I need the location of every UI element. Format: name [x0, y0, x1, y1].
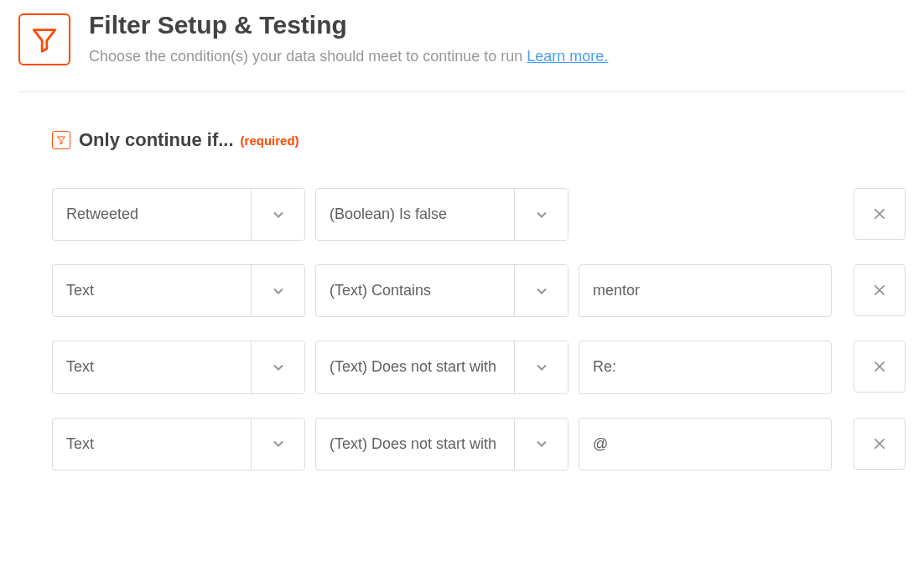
rule-subject-value: Retweeted	[53, 189, 251, 240]
section-heading: Only continue if... (required)	[52, 129, 906, 151]
chevron-down-icon[interactable]	[514, 189, 568, 240]
rule-row: Retweeted (Boolean) Is false	[52, 188, 906, 241]
required-label: (required)	[241, 133, 299, 148]
rule-condition-select[interactable]: (Text) Does not start with	[315, 418, 568, 471]
remove-rule-button[interactable]	[854, 264, 906, 316]
chevron-down-icon[interactable]	[514, 265, 568, 316]
rule-condition-value: (Text) Does not start with	[316, 341, 514, 393]
rule-row: Text (Text) Does not start with Re:	[52, 341, 906, 393]
chevron-down-icon[interactable]	[251, 419, 304, 470]
chevron-down-icon[interactable]	[251, 265, 304, 316]
page-subtitle: Choose the condition(s) your data should…	[89, 45, 906, 68]
close-icon	[870, 281, 889, 299]
rule-row: Text (Text) Contains mentor	[52, 264, 906, 317]
section-heading-text: Only continue if...	[79, 129, 234, 151]
page-header: Filter Setup & Testing Choose the condit…	[18, 8, 906, 92]
page-title: Filter Setup & Testing	[89, 10, 906, 40]
rule-row: Text (Text) Does not start with @	[52, 418, 906, 471]
rule-condition-value: (Text) Contains	[316, 265, 514, 316]
section-funnel-icon	[52, 131, 70, 149]
rule-value-text: @	[579, 419, 831, 470]
rule-subject-select[interactable]: Retweeted	[52, 188, 305, 241]
rule-condition-value: (Text) Does not start with	[316, 419, 514, 470]
rule-subject-value: Text	[53, 265, 251, 316]
content-area: Only continue if... (required) Retweeted…	[18, 92, 906, 471]
subtitle-text: Choose the condition(s) your data should…	[89, 48, 527, 65]
chevron-down-icon[interactable]	[514, 419, 568, 470]
rule-value-text: mentor	[579, 265, 831, 316]
rule-condition-value: (Boolean) Is false	[316, 189, 514, 240]
rule-value-input[interactable]: @	[579, 418, 832, 471]
chevron-down-icon[interactable]	[514, 341, 568, 393]
filter-app-icon	[18, 13, 70, 65]
close-icon	[870, 434, 889, 453]
rule-value-input[interactable]: mentor	[579, 264, 832, 317]
funnel-icon	[30, 25, 59, 54]
chevron-down-icon[interactable]	[251, 189, 304, 240]
rules-list: Retweeted (Boolean) Is false	[52, 188, 906, 471]
remove-rule-button[interactable]	[854, 418, 906, 470]
rule-subject-select[interactable]: Text	[52, 418, 305, 471]
rule-subject-value: Text	[53, 419, 251, 470]
close-icon	[870, 357, 889, 376]
rule-condition-select[interactable]: (Text) Does not start with	[315, 341, 568, 393]
rule-condition-select[interactable]: (Text) Contains	[315, 264, 568, 317]
remove-rule-button[interactable]	[854, 188, 906, 240]
rule-subject-select[interactable]: Text	[52, 341, 305, 393]
header-text-block: Filter Setup & Testing Choose the condit…	[89, 8, 906, 68]
learn-more-link[interactable]: Learn more.	[527, 48, 608, 65]
rule-value-input[interactable]: Re:	[579, 341, 832, 393]
rule-subject-select[interactable]: Text	[52, 264, 305, 317]
rule-value-text: Re:	[579, 341, 831, 393]
rule-condition-select[interactable]: (Boolean) Is false	[315, 188, 568, 241]
remove-rule-button[interactable]	[854, 341, 906, 393]
close-icon	[870, 205, 889, 223]
chevron-down-icon[interactable]	[251, 341, 304, 393]
rule-subject-value: Text	[53, 341, 251, 393]
